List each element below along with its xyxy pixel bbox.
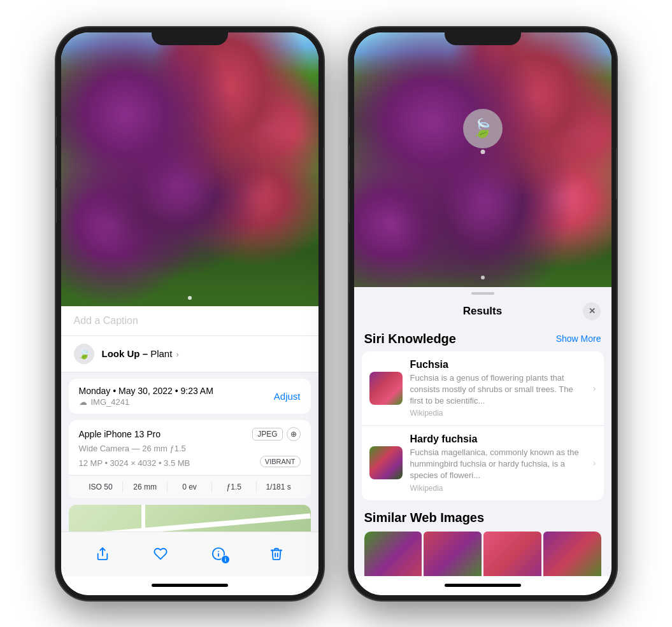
location-icon: ⊕ <box>287 427 301 441</box>
fuchsia-source: Wikipedia <box>410 409 585 418</box>
bottom-toolbar: i <box>61 532 318 576</box>
share-button[interactable] <box>89 540 117 568</box>
siri-recognition-circle: 🍃 <box>463 109 503 148</box>
fuchsia-thumbnail <box>369 372 403 405</box>
photo-date: Monday • May 30, 2022 • 9:23 AM <box>79 386 213 396</box>
siri-leaf-icon: 🍃 <box>74 344 94 364</box>
phone2-mute-button <box>349 116 350 137</box>
fuchsia-chevron-icon: › <box>593 383 596 393</box>
phone1-screen: Add a Caption 🍃 Look Up – Plant › Mon <box>61 32 318 595</box>
home-bar <box>152 584 228 587</box>
siri-knowledge-title: Siri Knowledge <box>364 332 456 346</box>
hardy-fuchsia-thumbnail <box>369 446 403 479</box>
exif-row: ISO 50 26 mm 0 ev ƒ1.5 1/181 s <box>69 476 311 498</box>
camera-card: Apple iPhone 13 Pro JPEG ⊕ Wide Camera —… <box>69 420 311 498</box>
info-section[interactable]: Add a Caption 🍃 Look Up – Plant › Mon <box>61 306 318 532</box>
volume-down-button <box>56 188 57 223</box>
phone2-flower-photo: 🍃 <box>354 32 611 287</box>
filename: IMG_4241 <box>91 397 130 407</box>
volume-up-button <box>56 145 57 180</box>
hardy-fuchsia-chevron-icon: › <box>593 458 596 468</box>
vibrant-badge: VIBRANT <box>260 456 301 467</box>
adjust-button[interactable]: Adjust <box>274 391 301 402</box>
camera-badges: JPEG ⊕ <box>252 427 300 441</box>
date-row: Monday • May 30, 2022 • 9:23 AM ☁ IMG_42… <box>69 379 311 414</box>
fuchsia-item[interactable]: Fuchsia Fuchsia is a genus of flowering … <box>362 351 604 426</box>
web-image-4[interactable] <box>543 532 601 576</box>
delete-button[interactable] <box>262 540 290 568</box>
results-header: Results ✕ <box>354 300 611 328</box>
phone2-volume-up <box>349 145 350 180</box>
similar-web-section: Similar Web Images <box>354 502 611 576</box>
show-more-button[interactable]: Show More <box>556 334 601 344</box>
info-button[interactable]: i <box>204 540 232 568</box>
hardy-fuchsia-name: Hardy fuchsia <box>410 433 585 445</box>
siri-knowledge-header: Siri Knowledge Show More <box>354 328 611 351</box>
iso-value: ISO 50 <box>79 481 124 493</box>
photo-page-indicator <box>188 296 192 300</box>
map-background <box>69 505 311 532</box>
web-image-2[interactable] <box>424 532 482 576</box>
info-badge: i <box>221 555 230 564</box>
web-image-3[interactable] <box>483 532 541 576</box>
web-images-row <box>364 532 601 576</box>
phone2-screen: 🍃 Results ✕ Siri Knowledge Show <box>354 32 611 595</box>
camera-row: Apple iPhone 13 Pro JPEG ⊕ Wide Camera —… <box>69 420 311 476</box>
metadata-card: Monday • May 30, 2022 • 9:23 AM ☁ IMG_42… <box>69 379 311 414</box>
siri-dot <box>480 150 485 154</box>
phone2-home-indicator <box>354 576 611 595</box>
knowledge-card: Fuchsia Fuchsia is a genus of flowering … <box>362 351 604 500</box>
caption-field[interactable]: Add a Caption <box>61 306 318 336</box>
fuchsia-description: Fuchsia is a genus of flowering plants t… <box>410 372 585 407</box>
dot-row <box>481 276 485 279</box>
home-indicator <box>61 576 318 595</box>
sheet-handle <box>471 292 494 295</box>
phone2-notch <box>445 27 521 45</box>
phone2-content: 🍃 Results ✕ Siri Knowledge Show <box>354 32 611 595</box>
close-button[interactable]: ✕ <box>583 302 601 320</box>
siri-leaf-icon: 🍃 <box>471 118 494 139</box>
shutter-value: 1/181 s <box>257 481 301 493</box>
flower-photo[interactable] <box>61 32 318 306</box>
phone1-content: Add a Caption 🍃 Look Up – Plant › Mon <box>61 32 318 595</box>
power-button <box>323 148 324 199</box>
lookup-text[interactable]: Look Up – Plant › <box>102 348 179 359</box>
results-title: Results <box>463 305 502 318</box>
aperture-value: ƒ1.5 <box>212 481 257 493</box>
favorite-button[interactable] <box>147 540 175 568</box>
phone2-power-button <box>616 148 617 199</box>
phone-2: 🍃 Results ✕ Siri Knowledge Show <box>349 27 617 600</box>
lookup-row[interactable]: 🍃 Look Up – Plant › <box>61 336 318 372</box>
hardy-fuchsia-item[interactable]: Hardy fuchsia Fuchsia magellanica, commo… <box>362 426 604 500</box>
phone2-home-bar <box>445 584 521 587</box>
hardy-fuchsia-description: Fuchsia magellanica, commonly known as t… <box>410 447 585 482</box>
fuchsia-info: Fuchsia Fuchsia is a genus of flowering … <box>410 359 585 418</box>
exposure-value: 0 ev <box>168 481 212 493</box>
camera-lens: Wide Camera — 26 mm ƒ1.5 <box>79 444 301 453</box>
phone-1: Add a Caption 🍃 Look Up – Plant › Mon <box>56 27 324 600</box>
camera-model: Apple iPhone 13 Pro <box>79 429 161 439</box>
phone2-volume-down <box>349 188 350 223</box>
hardy-fuchsia-source: Wikipedia <box>410 484 585 493</box>
cloud-icon: ☁ <box>79 397 87 407</box>
format-badge: JPEG <box>252 428 282 440</box>
web-image-1[interactable] <box>364 532 422 576</box>
fuchsia-name: Fuchsia <box>410 359 585 370</box>
caption-placeholder[interactable]: Add a Caption <box>74 315 138 326</box>
results-sheet[interactable]: Results ✕ Siri Knowledge Show More <box>354 287 611 576</box>
phone-notch <box>152 27 228 45</box>
similar-web-title: Similar Web Images <box>364 511 601 525</box>
focal-length-value: 26 mm <box>123 481 168 493</box>
hardy-fuchsia-info: Hardy fuchsia Fuchsia magellanica, commo… <box>410 433 585 493</box>
map-section[interactable] <box>69 505 311 532</box>
camera-specs: 12 MP • 3024 × 4032 • 3.5 MB <box>79 458 190 468</box>
mute-button <box>56 116 57 137</box>
